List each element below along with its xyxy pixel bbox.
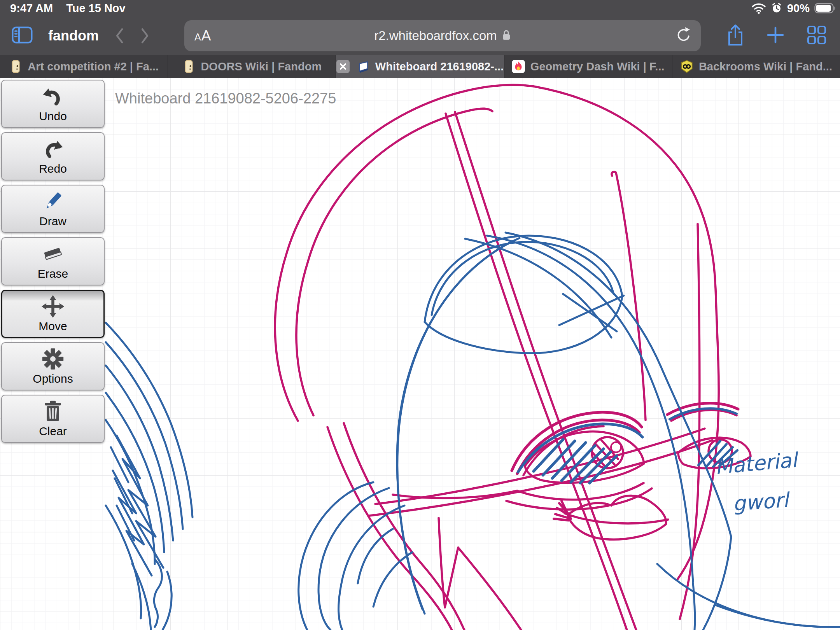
tab-doors-wiki-fandom[interactable]: DOORS Wiki | Fandom xyxy=(168,55,336,78)
pencil-icon xyxy=(41,190,65,213)
tab-label: Whiteboard 21619082-... xyxy=(375,60,504,73)
tab-backrooms-wiki-fand[interactable]: Backrooms Wiki | Fand... xyxy=(672,55,840,78)
trash-icon xyxy=(41,400,65,423)
close-tab-icon[interactable] xyxy=(336,60,350,73)
options-tool-button[interactable]: Options xyxy=(1,342,105,390)
whiteboard-favicon xyxy=(357,60,370,73)
alarm-clock-icon xyxy=(771,2,782,14)
sidebar-toggle-icon[interactable] xyxy=(12,26,33,45)
whiteboard-title: Whiteboard 21619082-5206-2275 xyxy=(115,90,336,107)
url-bar[interactable]: AA r2.whiteboardfox.com xyxy=(184,20,701,51)
ipad-screen: Whiteboard 21619082-5206-2275 xyxy=(0,0,840,630)
back-button[interactable] xyxy=(114,27,124,44)
tool-label: Options xyxy=(33,372,73,385)
tab-overview-icon[interactable] xyxy=(807,25,827,47)
tab-art-competition-2-fa[interactable]: Art competition #2 | Fa... xyxy=(0,55,168,78)
undo-icon xyxy=(41,85,65,108)
lock-icon xyxy=(502,29,511,42)
eraser-icon xyxy=(41,242,65,266)
draw-tool-button[interactable]: Draw xyxy=(1,185,105,233)
erase-tool-button[interactable]: Erase xyxy=(1,237,105,285)
tool-sidebar: Undo Redo Draw Erase Move Options Clear xyxy=(1,80,105,443)
share-icon[interactable] xyxy=(726,24,744,48)
tab-bar: Art competition #2 | Fa... DOORS Wiki | … xyxy=(0,55,840,78)
doors-favicon xyxy=(9,60,22,73)
battery-percent: 90% xyxy=(787,2,810,15)
clock-time: 9:47 AM xyxy=(10,2,53,15)
tab-label: Backrooms Wiki | Fand... xyxy=(699,60,832,73)
clear-tool-button[interactable]: Clear xyxy=(1,395,105,443)
undo-tool-button[interactable]: Undo xyxy=(1,80,105,128)
tab-label: Geometry Dash Wiki | F... xyxy=(530,60,665,73)
fandom-flame-favicon xyxy=(512,60,525,73)
battery-icon xyxy=(814,3,836,14)
tool-label: Erase xyxy=(38,267,68,280)
tool-label: Move xyxy=(38,320,67,333)
redo-tool-button[interactable]: Redo xyxy=(1,132,105,180)
tool-label: Clear xyxy=(39,425,67,438)
move-tool-button[interactable]: Move xyxy=(1,290,105,338)
tool-label: Draw xyxy=(39,215,66,228)
fandom-app-label[interactable]: fandom xyxy=(48,28,99,44)
tab-label: DOORS Wiki | Fandom xyxy=(201,60,322,73)
gear-icon xyxy=(41,347,65,371)
backrooms-favicon xyxy=(680,60,693,73)
move-icon xyxy=(41,295,65,318)
whiteboard-canvas[interactable] xyxy=(0,78,840,630)
browser-toolbar: fandom AA r2.whiteboardfox.com xyxy=(0,16,840,55)
doors-favicon xyxy=(182,60,195,73)
status-bar: 9:47 AM Tue 15 Nov 90% xyxy=(0,0,840,16)
url-text[interactable]: r2.whiteboardfox.com xyxy=(374,28,497,43)
tab-label: Art competition #2 | Fa... xyxy=(28,60,159,73)
forward-button[interactable] xyxy=(140,27,150,44)
wifi-icon xyxy=(751,2,766,14)
tab-geometry-dash-wiki-f[interactable]: Geometry Dash Wiki | F... xyxy=(504,55,672,78)
new-tab-plus-icon[interactable] xyxy=(766,26,785,46)
redo-icon xyxy=(41,137,65,161)
status-date: Tue 15 Nov xyxy=(66,2,126,15)
tool-label: Redo xyxy=(39,162,67,175)
tab-whiteboard-21619082[interactable]: Whiteboard 21619082-... xyxy=(336,55,504,78)
tool-label: Undo xyxy=(39,110,67,123)
